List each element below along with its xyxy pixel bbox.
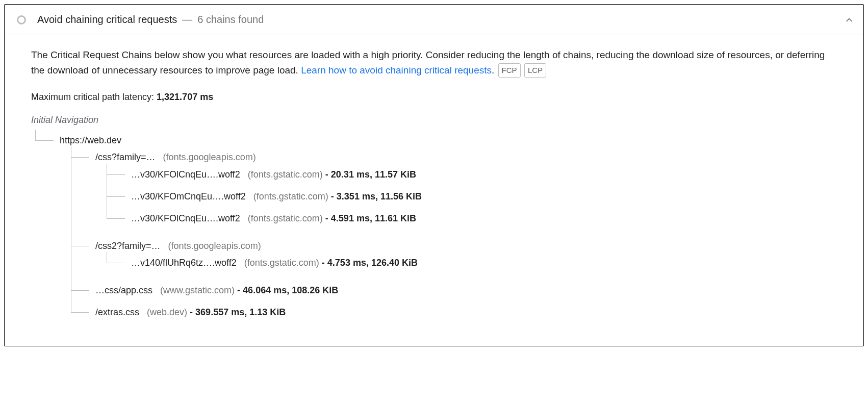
node-stats: 4.591 ms, 11.61 KiB	[331, 213, 416, 223]
tree-node: https://web.dev /css?family=… (fonts.goo…	[35, 130, 837, 329]
audit-body: The Critical Request Chains below show y…	[5, 35, 863, 346]
description-after: .	[492, 65, 494, 75]
node-host: (fonts.gstatic.com)	[248, 213, 323, 223]
node-path: …v30/KFOlCnqEu….woff2	[131, 213, 240, 223]
tree-node: …v140/flUhRq6tz….woff2 (fonts.gstatic.co…	[107, 252, 837, 274]
learn-more-link[interactable]: Learn how to avoid chaining critical req…	[301, 65, 492, 75]
tree-node: …v30/KFOmCnqEu….woff2 (fonts.gstatic.com…	[107, 186, 837, 208]
node-host: (fonts.gstatic.com)	[253, 191, 328, 201]
tree-root-label: Initial Navigation	[31, 115, 837, 125]
node-stats: 369.557 ms, 1.13 KiB	[195, 307, 286, 317]
node-path: /css2?family=…	[95, 241, 161, 251]
node-stats: 20.31 ms, 11.57 KiB	[331, 169, 416, 180]
title-separator: —	[182, 14, 192, 26]
node-path: …v140/flUhRq6tz….woff2	[131, 258, 237, 268]
node-path: /css?family=…	[95, 152, 156, 162]
tree-node: /extras.css (web.dev) - 369.557 ms, 1.13…	[71, 301, 837, 323]
audit-title: Avoid chaining critical requests	[37, 14, 177, 26]
latency-value: 1,321.707 ms	[157, 92, 213, 102]
node-stats: 4.753 ms, 126.40 KiB	[327, 258, 418, 268]
audit-card: Avoid chaining critical requests — 6 cha…	[4, 4, 864, 346]
node-stats: 46.064 ms, 108.26 KiB	[243, 285, 338, 295]
node-host: (fonts.googleapis.com)	[168, 241, 261, 251]
tree-node: …css/app.css (www.gstatic.com) - 46.064 …	[71, 280, 837, 301]
request-chain-tree: https://web.dev /css?family=… (fonts.goo…	[31, 130, 837, 329]
chevron-up-icon[interactable]	[844, 15, 854, 25]
audit-header[interactable]: Avoid chaining critical requests — 6 cha…	[5, 5, 863, 35]
latency-label: Maximum critical path latency:	[31, 92, 157, 102]
node-host: (fonts.googleapis.com)	[163, 152, 256, 162]
node-host: (fonts.gstatic.com)	[244, 258, 319, 268]
node-path: /extras.css	[95, 307, 139, 317]
fcp-badge: FCP	[498, 63, 521, 78]
tree-node: /css?family=… (fonts.googleapis.com) …v3…	[71, 146, 837, 235]
node-host: (www.gstatic.com)	[160, 285, 235, 295]
lcp-badge: LCP	[524, 63, 546, 78]
node-host: (web.dev)	[147, 307, 187, 317]
node-host: (fonts.gstatic.com)	[248, 169, 323, 180]
node-path: …css/app.css	[95, 285, 152, 295]
node-stats: 3.351 ms, 11.56 KiB	[337, 191, 422, 201]
max-latency: Maximum critical path latency: 1,321.707…	[31, 92, 837, 103]
tree-node: …v30/KFOlCnqEu….woff2 (fonts.gstatic.com…	[107, 208, 837, 230]
node-path: …v30/KFOlCnqEu….woff2	[131, 169, 240, 180]
tree-node: …v30/KFOlCnqEu….woff2 (fonts.gstatic.com…	[107, 164, 837, 186]
status-circle-icon	[17, 15, 26, 24]
audit-summary: 6 chains found	[197, 14, 264, 26]
tree-node: /css2?family=… (fonts.googleapis.com) …v…	[71, 235, 837, 280]
node-path: https://web.dev	[60, 135, 121, 145]
audit-description: The Critical Request Chains below show y…	[31, 47, 837, 79]
node-path: …v30/KFOmCnqEu….woff2	[131, 191, 246, 201]
